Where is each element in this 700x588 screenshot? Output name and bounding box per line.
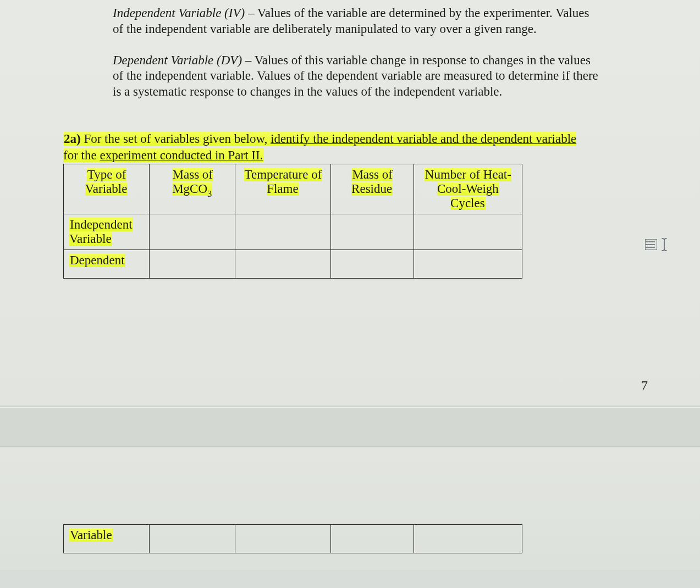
table-row-iv: Independent Variable [64,214,522,249]
header-mgco3: Mass of MgCO3 [150,164,235,214]
cell-dep-temp[interactable] [235,249,330,278]
cell-dep-mass[interactable] [330,249,414,278]
header-mass-residue-text: Mass of Residue [351,168,393,196]
table-header-row: Type of Variable Mass of MgCO3 Temperatu… [64,164,522,214]
row-iv-label-cell: Independent Variable [64,214,150,249]
variables-table-top: Type of Variable Mass of MgCO3 Temperatu… [63,164,522,279]
svg-point-6 [646,247,647,248]
viewer-side-tool[interactable] [645,237,668,252]
variables-table-bottom: Variable [63,524,522,553]
cell-var-cycles[interactable] [414,525,522,553]
svg-point-4 [646,241,647,242]
header-cycles-text: Number of Heat-Cool-Weigh Cycles [425,168,511,210]
header-mass-residue: Mass of Residue [330,164,414,214]
page-lower-section: Variable [0,447,700,570]
text-cursor-icon [660,237,668,252]
header-temperature-text: Temperature of Flame [244,168,322,196]
svg-point-5 [646,244,647,245]
page-upper-section: Independent Variable (IV) – Values of th… [0,0,700,407]
cell-dep-cycles[interactable] [414,249,522,278]
cell-var-mgco3[interactable] [150,525,235,553]
page-number: 7 [641,378,648,393]
question-2a: 2a) For the set of variables given below… [63,131,585,164]
iv-term: Independent Variable (IV) [113,6,245,20]
page-break-gap [0,407,700,447]
table-row-dependent: Dependent [64,249,522,278]
question-underlined-1: identify the independent variable and th… [271,132,576,146]
cell-iv-mgco3[interactable] [150,214,235,249]
question-number: 2a) [64,132,81,146]
header-mgco3-l1: Mass of [173,168,213,181]
row-dep-label: Dependent [69,253,125,267]
definition-iv: Independent Variable (IV) – Values of th… [113,5,601,37]
question-lead: For the set of variables given below, [81,132,271,146]
row-var-label: Variable [69,528,113,542]
header-mgco3-sub: 3 [207,188,212,199]
header-type-text: Type of Variable [85,168,128,196]
list-icon [645,239,657,250]
header-temperature: Temperature of Flame [235,164,330,214]
cell-dep-mgco3[interactable] [150,249,235,278]
cell-var-temp[interactable] [235,525,330,553]
cell-var-mass[interactable] [330,525,414,553]
row-iv-label: Independent Variable [69,218,133,246]
header-cycles: Number of Heat-Cool-Weigh Cycles [414,164,522,214]
header-type: Type of Variable [64,164,150,214]
row-var-label-cell: Variable [64,525,150,553]
cell-iv-temp[interactable] [235,214,330,249]
cell-iv-mass[interactable] [330,214,414,249]
question-mid: for the [63,148,100,162]
row-dep-label-cell: Dependent [64,249,150,278]
question-underlined-2: experiment conducted in Part II. [100,148,263,162]
definition-dv: Dependent Variable (DV) – Values of this… [113,53,601,100]
dv-term: Dependent Variable (DV) [113,53,242,67]
table-row-variable: Variable [64,525,522,553]
cell-iv-cycles[interactable] [414,214,522,249]
header-mgco3-l2: MgCO [172,182,207,196]
